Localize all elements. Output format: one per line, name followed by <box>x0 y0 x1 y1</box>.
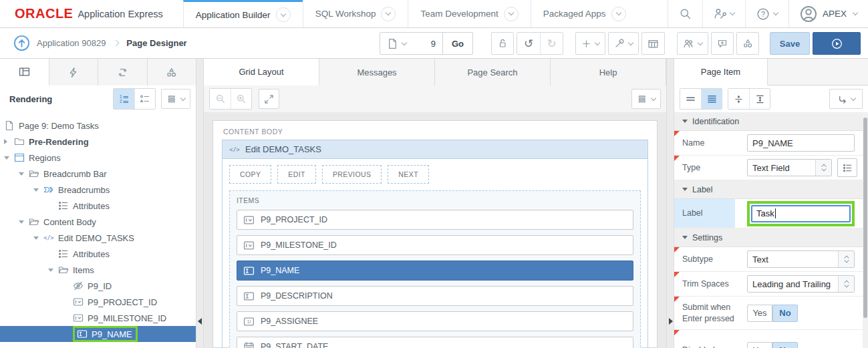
layout-columns-button[interactable] <box>641 32 665 55</box>
redo-button[interactable]: ↻ <box>540 33 563 54</box>
breadcrumb-application[interactable]: Application 90829 <box>37 38 106 48</box>
yes-button[interactable]: Yes <box>747 342 772 348</box>
left-splitter[interactable] <box>196 59 204 348</box>
team-menu-button[interactable] <box>677 32 708 55</box>
button-next[interactable]: NEXT <box>388 165 429 184</box>
user-menu-button[interactable]: APEX <box>788 0 868 27</box>
tree-node-attributes[interactable]: Attributes <box>0 246 196 262</box>
tree-node-p9-milestone-id[interactable]: P9_MILESTONE_ID <box>0 310 196 326</box>
tree-node-content-body[interactable]: Content Body <box>0 214 196 230</box>
trim-spaces-select[interactable]: Leading and Trailing <box>747 275 855 293</box>
page-number-input[interactable]: 9 <box>413 33 442 54</box>
layout-item-p9-start-date[interactable]: P9_START_DATE <box>237 337 633 348</box>
collapse-section-icon <box>682 188 688 191</box>
undo-button[interactable]: ↺ <box>517 33 540 54</box>
tab-help[interactable]: Help <box>551 59 666 85</box>
app-home-icon[interactable] <box>13 35 30 51</box>
tab-team-development[interactable]: Team Development <box>408 0 530 27</box>
zoom-out-button[interactable] <box>210 89 231 109</box>
layout-item-p9-description[interactable]: P9_DESCRIPTION <box>237 286 633 306</box>
tab-dynamic-actions[interactable] <box>49 59 99 85</box>
tab-page-search[interactable]: Page Search <box>435 59 551 85</box>
save-button[interactable]: Save <box>770 32 810 55</box>
show-common-button[interactable] <box>680 89 701 109</box>
chevron-down-icon[interactable] <box>611 7 626 21</box>
tree-node-p9-name[interactable]: P9_NAME <box>0 326 196 342</box>
no-button[interactable]: No <box>772 342 798 348</box>
show-all-button[interactable] <box>701 89 722 109</box>
feedback-button[interactable] <box>711 32 734 55</box>
subtype-select[interactable]: Text <box>747 250 855 268</box>
label-input[interactable]: Task <box>751 205 851 222</box>
collapse-all-button[interactable] <box>728 89 749 109</box>
tree-node-edit-demo-tasks[interactable]: </> Edit DEMO_TASKS <box>0 230 196 246</box>
button-previous[interactable]: PREVIOUS <box>322 165 382 184</box>
tree-menu-button[interactable] <box>161 89 190 109</box>
layout-item-p9-milestone-id[interactable]: P9_MILESTONE_ID <box>237 235 633 255</box>
tab-packaged-apps[interactable]: Packaged Apps <box>531 0 638 27</box>
no-button[interactable]: No <box>772 305 798 322</box>
tree-node-attributes[interactable]: Attributes <box>0 198 196 214</box>
user-name: APEX <box>823 9 847 19</box>
lock-button[interactable] <box>491 32 514 55</box>
type-select[interactable]: Text Field <box>747 159 832 176</box>
right-scrollbar[interactable] <box>863 112 868 348</box>
button-edit[interactable]: EDIT <box>277 165 316 184</box>
order-by-type-button[interactable] <box>134 89 155 109</box>
chevron-down-icon[interactable] <box>504 7 519 21</box>
expand-button[interactable] <box>259 89 279 109</box>
region-edit-demo-tasks[interactable]: </> Edit DEMO_TASKS COPY EDIT PREVIOUS N… <box>222 140 648 348</box>
tree-node-page[interactable]: Page 9: Demo Tasks <box>0 118 196 134</box>
utilities-menu-button[interactable] <box>608 32 639 55</box>
stack-menu-icon <box>637 94 647 104</box>
select-spinner-icon[interactable] <box>815 160 831 176</box>
select-spinner-icon[interactable] <box>838 276 854 292</box>
go-to-menu-button[interactable] <box>829 89 863 109</box>
field-row-submit-when-enter: Submit when Enter pressed Yes No <box>674 297 863 330</box>
order-by-sequence-button[interactable]: 12 <box>114 89 134 109</box>
chevron-down-icon[interactable] <box>276 7 291 22</box>
tree-node-p9-id[interactable]: P9_ID <box>0 278 196 294</box>
section-label[interactable]: Label <box>674 180 863 199</box>
region-header[interactable]: </> Edit DEMO_TASKS <box>223 140 647 159</box>
layout-item-p9-assignee[interactable]: 1I P9_ASSIGNEE <box>237 311 633 331</box>
tab-grid-layout[interactable]: Grid Layout <box>204 59 319 85</box>
layout-menu-button[interactable] <box>631 89 661 109</box>
select-spinner-icon[interactable] <box>838 251 854 267</box>
yes-button[interactable]: Yes <box>747 305 772 322</box>
tree-node-breadcrumb-bar[interactable]: Breadcrumb Bar <box>0 166 196 182</box>
page-icon <box>387 38 398 49</box>
tree-node-p9-project-id[interactable]: P9_PROJECT_ID <box>0 294 196 310</box>
layout-item-p9-project-id[interactable]: P9_PROJECT_ID <box>237 210 633 230</box>
button-copy[interactable]: COPY <box>229 165 271 184</box>
search-button[interactable] <box>668 0 702 27</box>
tab-messages[interactable]: Messages <box>319 59 435 85</box>
create-menu-button[interactable] <box>575 32 605 55</box>
name-input[interactable]: P9_NAME <box>747 134 855 152</box>
section-identification[interactable]: Identification <box>674 112 863 131</box>
section-settings[interactable]: Settings <box>674 228 863 247</box>
tree-node-items[interactable]: Items <box>0 262 196 278</box>
zoom-in-button[interactable] <box>231 89 251 109</box>
tab-application-builder[interactable]: Application Builder <box>183 0 303 27</box>
right-splitter[interactable] <box>666 59 674 348</box>
tree-node-regions[interactable]: Regions <box>0 150 196 166</box>
tab-sql-workshop[interactable]: SQL Workshop <box>303 0 408 27</box>
type-list-button[interactable] <box>837 158 857 177</box>
tab-rendering[interactable] <box>0 59 49 85</box>
help-menu-button[interactable]: ? <box>745 0 788 27</box>
tree-node-breadcrumbs[interactable]: Breadcrumbs <box>0 182 196 198</box>
go-button[interactable]: Go <box>442 33 472 54</box>
expand-all-button[interactable] <box>749 89 770 109</box>
tab-shared-components[interactable] <box>148 59 196 85</box>
tab-page-item[interactable]: Page Item <box>674 59 768 85</box>
administration-menu-button[interactable] <box>702 0 745 27</box>
shapes-icon <box>742 38 753 49</box>
shared-components-button[interactable] <box>736 32 759 55</box>
tree-node-pre-rendering[interactable]: Pre-Rendering <box>0 134 196 150</box>
run-button[interactable] <box>813 32 861 55</box>
layout-item-p9-name[interactable]: P9_NAME <box>237 260 633 281</box>
chevron-down-icon[interactable] <box>381 7 396 21</box>
page-finder-button[interactable] <box>380 33 413 54</box>
tab-processing[interactable] <box>98 59 148 85</box>
